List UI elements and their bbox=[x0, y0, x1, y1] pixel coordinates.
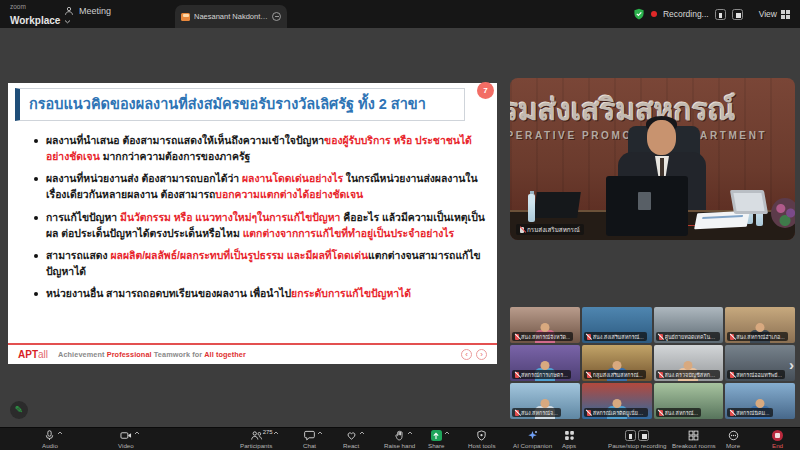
participant-name-label: ศูนย์ถ่ายทอดเทคโนโลยี... bbox=[656, 332, 720, 341]
title-bar: zoom Workplace Meeting Naesanant Nakdont… bbox=[0, 0, 800, 28]
tab-meeting-label: Meeting bbox=[79, 6, 111, 16]
participants-options-caret[interactable] bbox=[273, 431, 279, 435]
participant-video-tile[interactable]: สหกรณ์เครดิตยูเนี่ยน... bbox=[582, 383, 652, 419]
recording-dot-icon bbox=[651, 11, 657, 17]
participant-video-tile[interactable]: สนง.สหกรณ์อำเภอ... bbox=[725, 307, 795, 343]
participant-video-tile[interactable]: สหกรณ์ออมทรัพย์... bbox=[725, 345, 795, 381]
participant-name-label: สนง.ส่งเสริมสหกรณ์... bbox=[584, 332, 647, 341]
mic-muted-icon bbox=[730, 372, 734, 378]
raised-hand-icon bbox=[394, 430, 405, 441]
recording-pause-button[interactable] bbox=[715, 9, 726, 20]
desktop-monitor bbox=[606, 176, 688, 236]
more-button[interactable]: More bbox=[726, 430, 740, 449]
pause-stop-recording-button[interactable]: Pause/stop recording bbox=[608, 430, 666, 449]
mic-muted-icon bbox=[587, 372, 591, 378]
slide-title: กรอบแนวคิดของผลงานที่ส่งสมัครขอรับรางวัล… bbox=[20, 97, 426, 113]
participant-video-tile[interactable]: สหกรณ์การเกษตร... bbox=[510, 345, 580, 381]
security-shield-icon[interactable] bbox=[633, 8, 645, 20]
zoom-logo: zoom bbox=[10, 3, 71, 10]
annotate-button[interactable]: ✎ bbox=[10, 401, 28, 419]
slide-next-button[interactable]: › bbox=[476, 349, 487, 360]
recording-stop-button[interactable] bbox=[732, 9, 743, 20]
share-screen-icon bbox=[431, 430, 442, 441]
mic-muted-icon bbox=[515, 334, 519, 340]
share-button[interactable]: Share bbox=[428, 430, 445, 449]
apps-button[interactable]: Apps bbox=[562, 430, 576, 449]
slide-prev-button[interactable]: ‹ bbox=[461, 349, 472, 360]
chat-options-caret[interactable] bbox=[317, 431, 323, 435]
apps-grid-icon bbox=[564, 430, 575, 441]
participant-video-tile[interactable]: สนง.สหกรณ์... bbox=[654, 383, 724, 419]
react-button[interactable]: React bbox=[343, 430, 359, 449]
participant-video-tile[interactable]: สหกรณ์นิคม... bbox=[725, 383, 795, 419]
participant-name-label: สนง.ตรวจบัญชีสหกรณ์... bbox=[656, 370, 720, 379]
slide-bullet: หน่วยงานอื่น สามารถถอดบทเรียนของผลงาน เพ… bbox=[32, 286, 485, 302]
heart-icon bbox=[346, 430, 357, 441]
audio-button[interactable]: Audio bbox=[42, 430, 58, 449]
participant-name-label: สหกรณ์เครดิตยูเนี่ยน... bbox=[584, 408, 648, 417]
mic-muted-icon bbox=[730, 410, 734, 416]
slide-title-box: กรอบแนวคิดของผลงานที่ส่งสมัครขอรับรางวัล… bbox=[15, 88, 465, 121]
mic-muted-icon bbox=[520, 227, 524, 233]
footer-tagline: Achievement Professional Teamwork for Al… bbox=[58, 350, 246, 359]
participant-name-label: สหกรณ์การเกษตร... bbox=[512, 370, 571, 379]
share-options-caret[interactable] bbox=[444, 431, 450, 435]
zoom-workplace-menu[interactable]: zoom Workplace bbox=[10, 3, 71, 28]
slide-footer: APTall Achievement Professional Teamwork… bbox=[8, 343, 497, 364]
participant-video-tile[interactable]: สนง.ตรวจบัญชีสหกรณ์... bbox=[654, 345, 724, 381]
minimize-tab-icon[interactable] bbox=[272, 12, 281, 21]
participant-video-tile[interactable]: กลุ่มส่งเสริมสหกรณ์... bbox=[582, 345, 652, 381]
participants-button[interactable]: 275 Participants bbox=[240, 430, 272, 449]
participant-video-tile[interactable]: ศูนย์ถ่ายทอดเทคโนโลยี... bbox=[654, 307, 724, 343]
speaker-name-label: กรมส่งเสริมสหกรณ์ bbox=[516, 224, 584, 235]
aptall-logo: APTall bbox=[18, 349, 48, 360]
microphone-icon bbox=[44, 430, 55, 441]
gallery-next-chevron[interactable]: › bbox=[789, 356, 794, 373]
slide-bullet: การแก้ไขปัญหา มีนวัตกรรม หรือ แนวทางใหม่… bbox=[32, 210, 485, 242]
slide-bullet: ผลงานที่หน่วยงานส่ง ต้องสามารถบอกได้ว่า … bbox=[32, 171, 485, 203]
end-meeting-button[interactable]: End bbox=[772, 430, 783, 449]
water-bottle bbox=[528, 194, 535, 222]
participant-name-label: สนง.สหกรณ์จ... bbox=[512, 408, 561, 417]
chat-button[interactable]: Chat bbox=[303, 430, 316, 449]
slide-bullet-list: ผลงานที่นำเสนอ ต้องสามารถแสดงให้เห็นถึงค… bbox=[32, 133, 485, 308]
shared-screen-title: Naesanant Nakdontree's screen bbox=[194, 12, 268, 21]
flower-arrangement bbox=[771, 198, 795, 228]
mic-muted-icon bbox=[659, 334, 663, 340]
tab-shared-screen[interactable]: Naesanant Nakdontree's screen bbox=[175, 5, 287, 28]
participant-name-label: สหกรณ์ออมทรัพย์... bbox=[727, 370, 785, 379]
screen-share-icon bbox=[181, 13, 190, 21]
participant-name-label: สนง.สหกรณ์จังหวัด... bbox=[512, 332, 573, 341]
host-tools-button[interactable]: Host tools bbox=[468, 430, 496, 449]
participant-video-tile[interactable]: สนง.สหกรณ์จ... bbox=[510, 383, 580, 419]
participant-figure bbox=[612, 361, 621, 370]
participant-figure bbox=[540, 323, 549, 332]
view-button[interactable]: View bbox=[759, 9, 790, 19]
audio-options-caret[interactable] bbox=[57, 431, 63, 435]
stop-recording-icon[interactable] bbox=[638, 430, 649, 441]
participant-gallery: สนง.สหกรณ์จังหวัด...สนง.ส่งเสริมสหกรณ์..… bbox=[510, 307, 795, 419]
raise-hand-button[interactable]: Raise hand bbox=[384, 430, 415, 449]
participant-video-tile[interactable]: สนง.สหกรณ์จังหวัด... bbox=[510, 307, 580, 343]
mic-muted-icon bbox=[515, 410, 519, 416]
participant-name-label: สนง.สหกรณ์... bbox=[656, 408, 702, 417]
react-options-caret[interactable] bbox=[359, 431, 365, 435]
wall-sign-thai: กรมส่งเสริมสหกรณ์ bbox=[510, 86, 736, 133]
participant-name-label: สนง.สหกรณ์อำเภอ... bbox=[727, 332, 788, 341]
more-ellipsis-icon bbox=[728, 430, 739, 441]
tab-meeting[interactable]: Meeting bbox=[64, 6, 111, 16]
shield-icon bbox=[476, 430, 487, 441]
participant-name-label: กลุ่มส่งเสริมสหกรณ์... bbox=[584, 370, 646, 379]
video-options-caret[interactable] bbox=[134, 431, 140, 435]
video-button[interactable]: Video bbox=[118, 430, 134, 449]
raise-hand-options-caret[interactable] bbox=[407, 431, 413, 435]
pause-recording-icon[interactable] bbox=[625, 430, 636, 441]
participant-video-tile[interactable]: สนง.ส่งเสริมสหกรณ์... bbox=[582, 307, 652, 343]
breakout-rooms-button[interactable]: Breakout rooms bbox=[672, 430, 716, 449]
ai-companion-button[interactable]: AI Companion bbox=[513, 430, 552, 449]
laptop bbox=[730, 190, 768, 214]
speaker-head bbox=[647, 120, 676, 155]
end-call-icon bbox=[772, 430, 783, 441]
participant-figure bbox=[756, 323, 765, 332]
active-speaker-video[interactable]: กรมส่งเสริมสหกรณ์ COOPERATIVE PROMOTION … bbox=[510, 78, 795, 240]
